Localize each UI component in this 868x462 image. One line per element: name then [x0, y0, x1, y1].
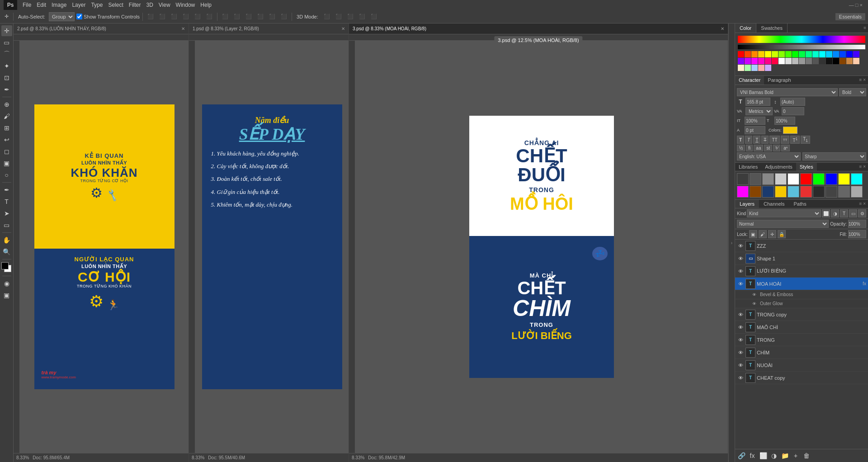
- color-swatch[interactable]: [846, 58, 853, 64]
- align-left-icon[interactable]: ⬛: [146, 13, 156, 20]
- move-tool-icon[interactable]: ✛: [3, 13, 10, 20]
- style-swatch[interactable]: [750, 186, 761, 198]
- color-swatch[interactable]: [840, 51, 846, 57]
- path-select-tool[interactable]: ➤: [1, 208, 12, 219]
- color-swatch[interactable]: [846, 51, 853, 57]
- crop-tool[interactable]: ⊡: [1, 72, 12, 83]
- allcaps-btn[interactable]: TT: [769, 136, 779, 144]
- doc-tab-2[interactable]: 1.psd @ 8.33% (Layer 2, RGB/8) ✕: [189, 24, 349, 34]
- color-swatch[interactable]: [806, 58, 812, 64]
- color-swatch[interactable]: [765, 58, 771, 64]
- color-swatch[interactable]: [765, 51, 771, 57]
- color-swatch[interactable]: [738, 51, 744, 57]
- distribute-icon5[interactable]: ⬛: [267, 13, 277, 20]
- menu-type[interactable]: Type: [91, 2, 103, 8]
- color-swatch[interactable]: [853, 58, 859, 64]
- color-swatch[interactable]: [792, 58, 798, 64]
- color-swatch[interactable]: [751, 51, 758, 57]
- color-swatch[interactable]: [812, 58, 819, 64]
- show-transform-label[interactable]: Show Transform Controls: [76, 14, 140, 19]
- color-swatch[interactable]: [738, 58, 744, 64]
- align-bottom-icon[interactable]: ⬛: [204, 13, 214, 20]
- doc-tab-3[interactable]: 3.psd @ 8.33% (MOA HOÀI, RGB/8) ✕: [349, 24, 728, 34]
- style-swatch[interactable]: [813, 186, 825, 198]
- panel-menu-btn[interactable]: ≡: [862, 24, 868, 33]
- dodge-tool[interactable]: ○: [1, 170, 12, 180]
- zoom-tool[interactable]: 🔍: [1, 246, 12, 257]
- channels-tab[interactable]: Channels: [759, 200, 789, 208]
- show-transform-checkbox[interactable]: [76, 14, 82, 19]
- font-style-select[interactable]: Bold: [839, 88, 866, 96]
- mask-btn[interactable]: ⬜: [758, 451, 768, 461]
- menu-select[interactable]: Select: [108, 2, 123, 8]
- lock-position-btn[interactable]: ✛: [768, 230, 776, 238]
- style-swatch[interactable]: [851, 186, 863, 198]
- align-top-icon[interactable]: ⬛: [181, 13, 191, 20]
- doc-tab-1[interactable]: 2.psd @ 8.33% (LUÔN NHÌN THẤY, RGB/8) ✕: [14, 24, 189, 34]
- sub-btn[interactable]: T1: [801, 136, 810, 144]
- eraser-tool[interactable]: ◻: [1, 146, 12, 157]
- layer-item[interactable]: 👁▭Shape 1: [735, 252, 868, 265]
- num-btn[interactable]: ⅟: [773, 145, 780, 151]
- kind-filter-select[interactable]: Kind: [747, 209, 821, 217]
- font-size-input[interactable]: [745, 98, 770, 106]
- layer-item[interactable]: 👁TTRONG: [735, 334, 868, 346]
- menu-help[interactable]: Help: [200, 2, 212, 8]
- filter-adj-btn[interactable]: ◑: [831, 209, 839, 217]
- doc2-close[interactable]: ✕: [341, 26, 345, 31]
- color-swatch[interactable]: [833, 51, 839, 57]
- layer-item[interactable]: 👁TTRONG copy: [735, 308, 868, 321]
- color-swatch[interactable]: [819, 51, 826, 57]
- 3d-icon3[interactable]: ⬛: [345, 13, 355, 20]
- layer-item[interactable]: 👁TLƯỜI BIẾNG: [735, 265, 868, 278]
- baseline-input[interactable]: [745, 126, 765, 134]
- effect-visibility-icon[interactable]: 👁: [752, 302, 756, 306]
- new-layer-btn[interactable]: +: [791, 451, 801, 461]
- color-swatch[interactable]: [812, 51, 819, 57]
- color-swatch[interactable]: [819, 58, 826, 64]
- layer-visibility-icon[interactable]: 👁: [737, 324, 744, 331]
- layer-visibility-icon[interactable]: 👁: [737, 242, 744, 250]
- style-swatch[interactable]: [762, 173, 774, 185]
- color-swatch[interactable]: [840, 58, 846, 64]
- distribute-icon1[interactable]: ⬛: [220, 13, 230, 20]
- layers-menu-btn[interactable]: ≡ ×: [857, 200, 868, 208]
- color-swatch[interactable]: [792, 51, 798, 57]
- style-swatch[interactable]: [737, 186, 749, 198]
- menu-window[interactable]: Window: [176, 2, 195, 8]
- style-swatch[interactable]: [750, 173, 761, 185]
- adjustments-tab[interactable]: Adjustments: [761, 163, 796, 171]
- workspace-selector[interactable]: Essentials: [835, 13, 865, 20]
- pen-tool[interactable]: ✒: [1, 184, 12, 195]
- filter-pixel-btn[interactable]: ⬜: [822, 209, 830, 217]
- color-swatch[interactable]: [772, 58, 778, 64]
- scale-v-input[interactable]: [745, 117, 765, 125]
- character-tab[interactable]: Character: [735, 76, 764, 85]
- link-layers-btn[interactable]: 🔗: [736, 451, 746, 461]
- color-swatch[interactable]: [826, 51, 832, 57]
- color-swatch[interactable]: [778, 58, 785, 64]
- color-swatch[interactable]: [758, 65, 764, 71]
- color-swatch[interactable]: [853, 51, 859, 57]
- style-swatch[interactable]: [737, 173, 749, 185]
- quick-select-tool[interactable]: ✦: [1, 61, 12, 71]
- spot-heal-tool[interactable]: ⊕: [1, 99, 12, 110]
- leading-input[interactable]: [780, 98, 805, 106]
- color-swatch[interactable]: [751, 65, 758, 71]
- color-tab[interactable]: Color: [735, 24, 756, 33]
- style-swatch[interactable]: [775, 186, 787, 198]
- align-right-icon[interactable]: ⬛: [169, 13, 179, 20]
- language-select[interactable]: English: USA: [737, 152, 801, 160]
- shape-tool[interactable]: ▭: [1, 220, 12, 231]
- color-swatch[interactable]: [833, 58, 839, 64]
- menu-3d[interactable]: 3D: [146, 2, 153, 8]
- color-swatch[interactable]: [758, 51, 764, 57]
- layer-item[interactable]: 👁TMOA HOÀIfx: [735, 278, 868, 290]
- style-swatch[interactable]: [762, 186, 774, 198]
- gradient-tool[interactable]: ▣: [1, 158, 12, 169]
- layer-visibility-icon[interactable]: 👁: [737, 349, 744, 356]
- layer-item[interactable]: 👁TCHEAT copy: [735, 372, 868, 384]
- style-swatch[interactable]: [775, 173, 787, 185]
- layer-visibility-icon[interactable]: 👁: [737, 255, 744, 262]
- hand-tool[interactable]: ✋: [1, 235, 12, 245]
